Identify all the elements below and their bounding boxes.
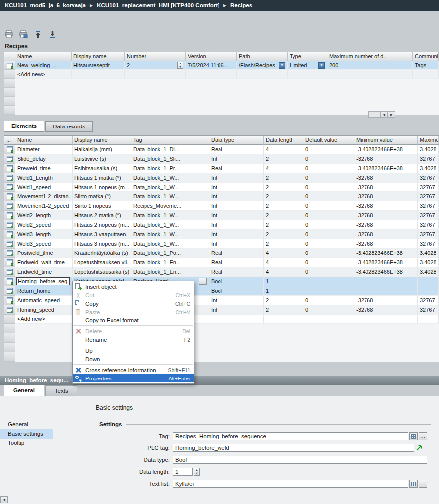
menu-item-up[interactable]: Up: [73, 346, 194, 355]
cell-tag[interactable]: Data_block_1_W...: [131, 211, 209, 220]
cell-data-length[interactable]: 2: [264, 296, 303, 305]
cell-default-value[interactable]: 0: [303, 305, 354, 315]
tab-data-records[interactable]: Data records: [45, 121, 93, 132]
cell-name[interactable]: <Add new>: [15, 70, 72, 79]
cell-default-value[interactable]: 0: [303, 201, 354, 211]
spin-down-icon[interactable]: ▼: [178, 65, 183, 69]
cell-maximum[interactable]: 32767: [418, 296, 439, 305]
cell-name[interactable]: Movement1-2_distan...: [15, 192, 73, 201]
cell-display-name[interactable]: Hitsaus 2 matka (°): [73, 211, 131, 220]
cell-name[interactable]: Weld3_length: [15, 230, 73, 239]
cell-display-name[interactable]: Siirto matka (°): [73, 192, 131, 201]
row-header-cell[interactable]: [4, 154, 15, 164]
column-header-display-name[interactable]: Display name: [73, 136, 131, 145]
column-header-version[interactable]: Version: [186, 52, 237, 61]
spin-down-icon[interactable]: ▼: [194, 472, 199, 475]
cell-display-name[interactable]: Hitsaus 1 nopeus (m...: [73, 183, 131, 192]
cell-data-length[interactable]: 2: [264, 183, 303, 192]
cell-data-type[interactable]: Int: [209, 173, 264, 183]
cell-name[interactable]: <Add new>: [15, 315, 73, 324]
cell-name[interactable]: Movement1-2_speed: [15, 201, 73, 211]
cell-communication[interactable]: Tags: [413, 61, 439, 70]
breadcrumb-item[interactable]: KCU101_replacement_HMI [KTP400 Comfort]: [97, 2, 220, 8]
cell-tag[interactable]: Data_block_1_En...: [131, 267, 209, 277]
elements-row[interactable]: Weld3_lengthHitsaus 3 vaaputtaen.Data_bl…: [4, 230, 439, 239]
elements-row[interactable]: Endweld_wait_timeLopetushitsauksen vii..…: [4, 258, 439, 267]
cell-default-value[interactable]: 0: [303, 192, 354, 201]
field-text-list[interactable]: Kylla/ei: [173, 480, 408, 488]
tag-table-button[interactable]: [409, 480, 418, 488]
cell-default-value[interactable]: 0: [303, 145, 354, 154]
cell-version[interactable]: 7/5/2024 11:06...: [186, 61, 237, 70]
cell-default-value[interactable]: [303, 277, 354, 286]
tab-elements[interactable]: Elements: [4, 121, 44, 132]
print-options-icon[interactable]: [18, 30, 28, 39]
menu-item-cross-reference-information[interactable]: Cross-reference informationShift+F11: [73, 366, 194, 374]
row-header-cell[interactable]: [4, 220, 15, 230]
cell-maximum[interactable]: 3.402823466E+38: [418, 145, 439, 154]
cell-maximum[interactable]: 32767: [418, 154, 439, 164]
cell-display-name[interactable]: [72, 70, 125, 79]
cell-default-value[interactable]: 0: [303, 183, 354, 192]
elements-row[interactable]: Weld1_LengthHitsaus 1 matka (°)Data_bloc…: [4, 173, 439, 183]
cell-type[interactable]: [288, 70, 327, 79]
cell-name[interactable]: Homing_before_seq: [15, 277, 73, 286]
cell-display-name[interactable]: Hitsausreseptit: [72, 61, 125, 70]
cell-default-value[interactable]: 0: [303, 267, 354, 277]
recipes-hscrollbar[interactable]: ◀ ▶: [368, 111, 395, 118]
cell-maximum[interactable]: 3.402823466E+38: [418, 267, 439, 277]
cell-name[interactable]: Endweld_time: [15, 267, 73, 277]
cell-default-value[interactable]: 0: [303, 230, 354, 239]
cell-display-name[interactable]: Hitsaus 3 vaaputtaen.: [73, 230, 131, 239]
cell-default-value[interactable]: 0: [303, 173, 354, 183]
cell-maximum-number-of-d[interactable]: [327, 70, 413, 79]
cell-tag[interactable]: Data_block_1_W...: [131, 230, 209, 239]
browse-button[interactable]: ...: [419, 480, 427, 488]
number-spinner[interactable]: ▲▼: [194, 468, 200, 476]
row-header-cell[interactable]: [4, 192, 15, 201]
row-header-cell[interactable]: [4, 164, 15, 173]
row-header-cell[interactable]: [4, 258, 15, 267]
cell-default-value[interactable]: 0: [303, 239, 354, 249]
tag-table-button[interactable]: [409, 432, 418, 440]
cell-maximum[interactable]: 32767: [418, 211, 439, 220]
browse-button[interactable]: ...: [419, 432, 427, 440]
cell-display-name[interactable]: Halkaisija (mm): [73, 145, 131, 154]
column-header-name[interactable]: Name: [15, 136, 73, 145]
cell-name[interactable]: Weld1_speed: [15, 183, 73, 192]
cell-maximum[interactable]: 32767: [418, 201, 439, 211]
cell-data-length[interactable]: 2: [264, 239, 303, 249]
row-header-cell[interactable]: [4, 296, 15, 305]
column-header-path[interactable]: Path: [237, 52, 288, 61]
cell-data-length[interactable]: 4: [264, 249, 303, 258]
cell-type[interactable]: Limited▼: [288, 61, 327, 70]
elements-row[interactable]: <Add new>: [4, 315, 439, 324]
cell-minimum-value[interactable]: -32768: [354, 192, 418, 201]
cell-tag[interactable]: Data_block_1_Pr...: [131, 164, 209, 173]
menu-item-copy-to-excel-format[interactable]: Copy to Excel format: [73, 316, 194, 324]
cell-tag[interactable]: Data_block_1_Po...: [131, 249, 209, 258]
cell-minimum-value[interactable]: -32768: [354, 305, 418, 315]
cell-data-length[interactable]: 4: [264, 258, 303, 267]
elements-row[interactable]: Weld2_speedHitsaus 2 nopeus (m...Data_bl…: [4, 220, 439, 230]
cell-minimum-value[interactable]: -3.402823466E+38: [354, 267, 418, 277]
cell-maximum[interactable]: [418, 277, 439, 286]
cell-path[interactable]: [237, 70, 288, 79]
cell-data-type[interactable]: Real: [209, 249, 264, 258]
field-data-type[interactable]: Bool: [173, 456, 427, 464]
column-header-communication[interactable]: Communication...: [413, 52, 439, 61]
cell-minimum-value[interactable]: -32768: [354, 230, 418, 239]
cell-name[interactable]: Weld2_length: [15, 211, 73, 220]
cell-maximum[interactable]: 3.402823466E+38: [418, 258, 439, 267]
scroll-right-icon[interactable]: ▶: [388, 111, 395, 118]
cell-communication[interactable]: [413, 70, 439, 79]
cell-tag[interactable]: Data_block_1_W...: [131, 220, 209, 230]
cell-minimum-value[interactable]: -3.402823466E+38: [354, 164, 418, 173]
cell-maximum[interactable]: 32767: [418, 230, 439, 239]
cell-minimum-value[interactable]: -32768: [354, 173, 418, 183]
column-header-name[interactable]: Name: [15, 52, 72, 61]
elements-row[interactable]: Movement1-2_distan...Siirto matka (°)Dat…: [4, 192, 439, 201]
cell-data-length[interactable]: 1: [264, 286, 303, 296]
elements-row[interactable]: Postweld_timeKraaterintäyttöaika (s)Data…: [4, 249, 439, 258]
row-header-cell[interactable]: [4, 183, 15, 192]
